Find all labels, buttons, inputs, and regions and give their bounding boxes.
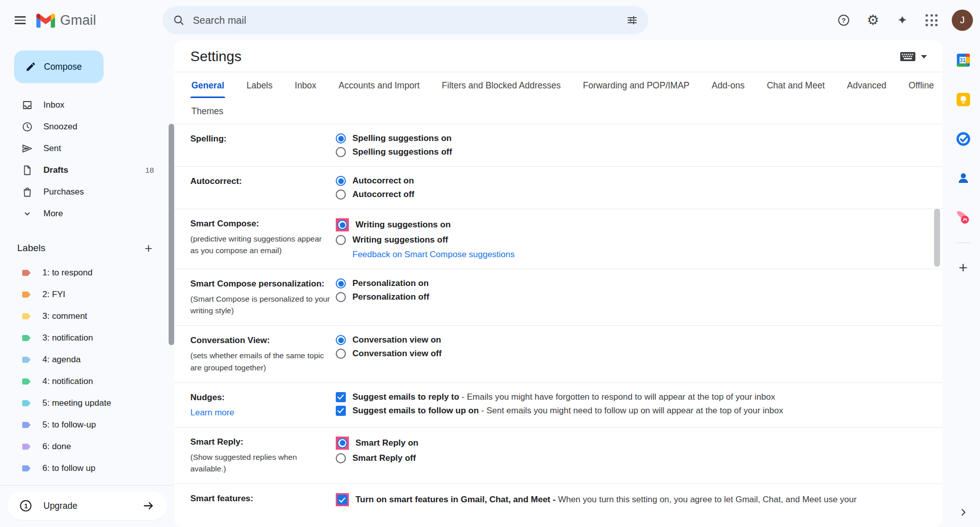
tab-general[interactable]: General <box>190 72 225 98</box>
gmail-m-icon <box>36 13 55 28</box>
checkbox-checked[interactable] <box>336 392 346 402</box>
label-item[interactable]: 4: notification <box>0 370 174 392</box>
tab-add-ons[interactable]: Add-ons <box>711 72 746 98</box>
tab-forwarding-and-pop-imap[interactable]: Forwarding and POP/IMAP <box>582 72 690 98</box>
settings-row-spelling: Spelling: Spelling suggestions on Spelli… <box>174 124 942 167</box>
gmail-logo[interactable]: Gmail <box>36 13 122 28</box>
tab-inbox[interactable]: Inbox <box>294 72 318 98</box>
contacts-icon[interactable] <box>955 170 972 187</box>
label-tag-icon <box>21 442 31 452</box>
radio-option-autocorrect-off[interactable]: Autocorrect off <box>336 189 929 200</box>
row-label: Smart Compose: <box>190 218 332 230</box>
radio-selected[interactable] <box>337 220 347 230</box>
calendar-icon[interactable]: 31 <box>955 52 972 69</box>
learn-more-link[interactable]: Learn more <box>190 408 234 418</box>
checkbox-option-smart-features[interactable]: Turn on smart features in Gmail, Chat, a… <box>336 493 929 506</box>
sidebar-item-purchases[interactable]: Purchases <box>0 181 174 203</box>
radio-unselected[interactable] <box>336 189 346 200</box>
get-addons-plus-icon[interactable]: + <box>955 259 972 276</box>
tab-labels[interactable]: Labels <box>245 72 274 98</box>
tab-accounts-and-import[interactable]: Accounts and Import <box>338 72 421 98</box>
tasks-icon[interactable] <box>955 130 972 148</box>
label-item[interactable]: 3: comment <box>0 305 174 327</box>
radio-unselected[interactable] <box>336 235 346 245</box>
radio-option-spelling-on[interactable]: Spelling suggestions on <box>336 133 929 143</box>
tab-filters-and-blocked-addresses[interactable]: Filters and Blocked Addresses <box>441 72 561 98</box>
input-tools-selector[interactable] <box>900 52 927 62</box>
label-tag-icon <box>21 333 31 343</box>
label-item[interactable]: 2: FYI <box>0 283 174 305</box>
tab-themes[interactable]: Themes <box>190 98 224 124</box>
comet-addon-icon[interactable] <box>955 209 972 226</box>
feedback-link[interactable]: Feedback on Smart Compose suggestions <box>352 250 929 260</box>
help-icon[interactable]: ? <box>832 8 856 32</box>
sidebar-item-drafts[interactable]: Drafts 18 <box>0 159 174 181</box>
tab-chat-and-meet[interactable]: Chat and Meet <box>766 72 826 98</box>
upgrade-button[interactable]: 1 Upgrade <box>7 492 167 520</box>
checkbox-checked[interactable] <box>336 406 346 416</box>
create-label-plus-icon[interactable]: + <box>140 239 157 257</box>
radio-option-conversation-view-off[interactable]: Conversation view off <box>336 349 929 359</box>
radio-unselected[interactable] <box>336 147 346 157</box>
radio-option-writing-suggestions-on[interactable]: Writing suggestions on <box>336 218 929 231</box>
radio-option-personalization-off[interactable]: Personalization off <box>336 292 929 302</box>
label-item[interactable]: 4: agenda <box>0 349 174 370</box>
sidebar-item-snoozed[interactable]: Snoozed <box>0 116 174 137</box>
tune-icon[interactable] <box>621 9 643 31</box>
expand-chevron-icon[interactable] <box>958 507 969 520</box>
checkbox-option-suggest-reply[interactable]: Suggest emails to reply to - Emails you … <box>336 392 929 402</box>
gemini-sparkle-icon[interactable]: ✦ <box>890 8 914 32</box>
tab-offline[interactable]: Offline <box>907 72 935 98</box>
svg-text:31: 31 <box>960 58 966 63</box>
gear-icon[interactable]: ⚙ <box>861 8 885 32</box>
sidebar-scrollbar[interactable] <box>169 124 174 345</box>
keep-icon[interactable] <box>955 91 972 108</box>
pencil-icon <box>25 61 36 72</box>
checkbox-option-suggest-follow-up[interactable]: Suggest emails to follow up on - Sent em… <box>336 406 929 416</box>
main-scrollbar[interactable] <box>934 209 940 267</box>
label-item[interactable]: 5: to follow-up <box>0 414 174 436</box>
label-item[interactable]: 6: done <box>0 436 174 457</box>
label-item[interactable]: 1: to respond <box>0 262 174 283</box>
row-label: Smart Reply: <box>190 437 332 448</box>
radio-unselected[interactable] <box>336 292 346 302</box>
radio-option-conversation-view-on[interactable]: Conversation view on <box>336 335 929 345</box>
radio-option-smart-reply-on[interactable]: Smart Reply on <box>336 437 929 450</box>
radio-option-smart-reply-off[interactable]: Smart Reply off <box>336 453 929 463</box>
avatar[interactable]: J <box>952 10 973 31</box>
checkbox-checked[interactable] <box>337 495 347 505</box>
radio-unselected[interactable] <box>336 349 346 359</box>
apps-grid-icon[interactable] <box>919 8 944 32</box>
radio-unselected[interactable] <box>336 453 346 463</box>
compose-button[interactable]: Compose <box>14 51 104 83</box>
send-icon <box>21 142 33 155</box>
radio-selected[interactable] <box>336 335 346 345</box>
search-input[interactable] <box>190 15 621 26</box>
caret-down-icon[interactable] <box>921 55 927 59</box>
radio-option-spelling-off[interactable]: Spelling suggestions off <box>336 147 929 157</box>
label-item[interactable]: 5: meeting update <box>0 392 174 414</box>
row-label: Conversation View: <box>190 335 332 347</box>
rail-divider <box>956 243 971 243</box>
radio-option-autocorrect-on[interactable]: Autocorrect on <box>336 176 929 186</box>
label-tag-icon <box>21 311 31 321</box>
radio-selected[interactable] <box>336 278 346 289</box>
radio-selected[interactable] <box>337 438 347 448</box>
sidebar-item-inbox[interactable]: Inbox <box>0 94 174 116</box>
settings-row-smart-reply: Smart Reply: (Show suggested replies whe… <box>174 427 942 484</box>
radio-option-personalization-on[interactable]: Personalization on <box>336 278 929 289</box>
label-item[interactable]: 3: notification <box>0 327 174 349</box>
search-bar[interactable] <box>163 6 648 34</box>
labels-title: Labels <box>17 243 45 254</box>
tab-advanced[interactable]: Advanced <box>846 72 888 98</box>
sidebar-item-sent[interactable]: Sent <box>0 137 174 159</box>
menu-icon[interactable] <box>8 8 32 32</box>
arrow-right-icon <box>142 499 155 512</box>
label-item[interactable]: 6: to follow up <box>0 457 174 479</box>
radio-option-writing-suggestions-off[interactable]: Writing suggestions off <box>336 235 929 245</box>
radio-selected[interactable] <box>336 176 346 186</box>
radio-selected[interactable] <box>336 133 346 143</box>
label-tag-icon <box>21 398 31 408</box>
search-icon[interactable] <box>168 9 190 31</box>
sidebar-item-more[interactable]: More <box>0 203 174 224</box>
